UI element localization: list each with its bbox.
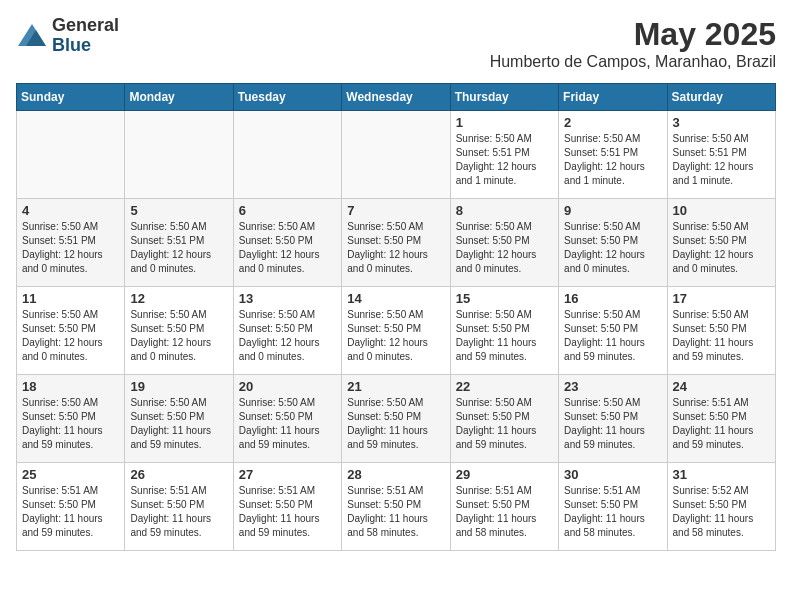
calendar-cell: 19Sunrise: 5:50 AMSunset: 5:50 PMDayligh… — [125, 375, 233, 463]
day-number: 4 — [22, 203, 119, 218]
location-title: Humberto de Campos, Maranhao, Brazil — [490, 53, 776, 71]
page-header: General Blue May 2025 Humberto de Campos… — [16, 16, 776, 71]
day-number: 9 — [564, 203, 661, 218]
calendar-header: Sunday Monday Tuesday Wednesday Thursday… — [17, 84, 776, 111]
logo-icon — [16, 22, 48, 50]
day-info: Sunrise: 5:51 AMSunset: 5:50 PMDaylight:… — [130, 484, 227, 540]
day-number: 29 — [456, 467, 553, 482]
day-info: Sunrise: 5:51 AMSunset: 5:50 PMDaylight:… — [673, 396, 770, 452]
day-number: 31 — [673, 467, 770, 482]
day-info: Sunrise: 5:51 AMSunset: 5:50 PMDaylight:… — [22, 484, 119, 540]
col-saturday: Saturday — [667, 84, 775, 111]
day-number: 25 — [22, 467, 119, 482]
calendar-cell: 21Sunrise: 5:50 AMSunset: 5:50 PMDayligh… — [342, 375, 450, 463]
calendar-cell: 10Sunrise: 5:50 AMSunset: 5:50 PMDayligh… — [667, 199, 775, 287]
logo-general: General — [52, 16, 119, 36]
calendar-week-4: 18Sunrise: 5:50 AMSunset: 5:50 PMDayligh… — [17, 375, 776, 463]
day-info: Sunrise: 5:50 AMSunset: 5:50 PMDaylight:… — [673, 308, 770, 364]
calendar-cell: 31Sunrise: 5:52 AMSunset: 5:50 PMDayligh… — [667, 463, 775, 551]
logo-blue: Blue — [52, 36, 119, 56]
col-friday: Friday — [559, 84, 667, 111]
day-info: Sunrise: 5:50 AMSunset: 5:50 PMDaylight:… — [130, 396, 227, 452]
day-info: Sunrise: 5:50 AMSunset: 5:50 PMDaylight:… — [239, 220, 336, 276]
calendar-cell — [233, 111, 341, 199]
day-info: Sunrise: 5:50 AMSunset: 5:50 PMDaylight:… — [22, 308, 119, 364]
calendar-cell: 30Sunrise: 5:51 AMSunset: 5:50 PMDayligh… — [559, 463, 667, 551]
day-info: Sunrise: 5:50 AMSunset: 5:50 PMDaylight:… — [347, 308, 444, 364]
day-info: Sunrise: 5:50 AMSunset: 5:50 PMDaylight:… — [564, 220, 661, 276]
calendar-cell: 13Sunrise: 5:50 AMSunset: 5:50 PMDayligh… — [233, 287, 341, 375]
day-info: Sunrise: 5:50 AMSunset: 5:51 PMDaylight:… — [130, 220, 227, 276]
header-row: Sunday Monday Tuesday Wednesday Thursday… — [17, 84, 776, 111]
day-info: Sunrise: 5:50 AMSunset: 5:50 PMDaylight:… — [456, 396, 553, 452]
col-tuesday: Tuesday — [233, 84, 341, 111]
calendar-cell: 12Sunrise: 5:50 AMSunset: 5:50 PMDayligh… — [125, 287, 233, 375]
day-number: 7 — [347, 203, 444, 218]
calendar-cell: 18Sunrise: 5:50 AMSunset: 5:50 PMDayligh… — [17, 375, 125, 463]
day-number: 1 — [456, 115, 553, 130]
day-info: Sunrise: 5:52 AMSunset: 5:50 PMDaylight:… — [673, 484, 770, 540]
calendar-cell: 2Sunrise: 5:50 AMSunset: 5:51 PMDaylight… — [559, 111, 667, 199]
day-number: 28 — [347, 467, 444, 482]
col-wednesday: Wednesday — [342, 84, 450, 111]
day-info: Sunrise: 5:50 AMSunset: 5:50 PMDaylight:… — [456, 220, 553, 276]
day-number: 20 — [239, 379, 336, 394]
day-number: 22 — [456, 379, 553, 394]
day-info: Sunrise: 5:50 AMSunset: 5:50 PMDaylight:… — [456, 308, 553, 364]
day-number: 17 — [673, 291, 770, 306]
calendar-cell: 24Sunrise: 5:51 AMSunset: 5:50 PMDayligh… — [667, 375, 775, 463]
day-info: Sunrise: 5:50 AMSunset: 5:50 PMDaylight:… — [347, 220, 444, 276]
calendar-cell: 4Sunrise: 5:50 AMSunset: 5:51 PMDaylight… — [17, 199, 125, 287]
calendar-week-3: 11Sunrise: 5:50 AMSunset: 5:50 PMDayligh… — [17, 287, 776, 375]
calendar-cell: 11Sunrise: 5:50 AMSunset: 5:50 PMDayligh… — [17, 287, 125, 375]
calendar-week-5: 25Sunrise: 5:51 AMSunset: 5:50 PMDayligh… — [17, 463, 776, 551]
day-number: 26 — [130, 467, 227, 482]
calendar-week-2: 4Sunrise: 5:50 AMSunset: 5:51 PMDaylight… — [17, 199, 776, 287]
day-number: 6 — [239, 203, 336, 218]
month-title: May 2025 — [490, 16, 776, 53]
calendar-cell — [17, 111, 125, 199]
day-number: 23 — [564, 379, 661, 394]
day-info: Sunrise: 5:50 AMSunset: 5:50 PMDaylight:… — [564, 396, 661, 452]
calendar-cell — [342, 111, 450, 199]
day-info: Sunrise: 5:50 AMSunset: 5:50 PMDaylight:… — [347, 396, 444, 452]
day-info: Sunrise: 5:50 AMSunset: 5:50 PMDaylight:… — [673, 220, 770, 276]
calendar-week-1: 1Sunrise: 5:50 AMSunset: 5:51 PMDaylight… — [17, 111, 776, 199]
calendar-cell: 25Sunrise: 5:51 AMSunset: 5:50 PMDayligh… — [17, 463, 125, 551]
calendar-cell: 22Sunrise: 5:50 AMSunset: 5:50 PMDayligh… — [450, 375, 558, 463]
logo: General Blue — [16, 16, 119, 56]
day-number: 19 — [130, 379, 227, 394]
day-number: 14 — [347, 291, 444, 306]
day-info: Sunrise: 5:50 AMSunset: 5:51 PMDaylight:… — [22, 220, 119, 276]
calendar-cell: 28Sunrise: 5:51 AMSunset: 5:50 PMDayligh… — [342, 463, 450, 551]
calendar-table: Sunday Monday Tuesday Wednesday Thursday… — [16, 83, 776, 551]
day-number: 11 — [22, 291, 119, 306]
day-info: Sunrise: 5:50 AMSunset: 5:50 PMDaylight:… — [22, 396, 119, 452]
calendar-cell: 8Sunrise: 5:50 AMSunset: 5:50 PMDaylight… — [450, 199, 558, 287]
logo-text: General Blue — [52, 16, 119, 56]
calendar-cell — [125, 111, 233, 199]
col-sunday: Sunday — [17, 84, 125, 111]
calendar-cell: 15Sunrise: 5:50 AMSunset: 5:50 PMDayligh… — [450, 287, 558, 375]
day-number: 10 — [673, 203, 770, 218]
day-info: Sunrise: 5:51 AMSunset: 5:50 PMDaylight:… — [239, 484, 336, 540]
calendar-cell: 5Sunrise: 5:50 AMSunset: 5:51 PMDaylight… — [125, 199, 233, 287]
calendar-cell: 16Sunrise: 5:50 AMSunset: 5:50 PMDayligh… — [559, 287, 667, 375]
day-number: 15 — [456, 291, 553, 306]
calendar-cell: 6Sunrise: 5:50 AMSunset: 5:50 PMDaylight… — [233, 199, 341, 287]
day-number: 21 — [347, 379, 444, 394]
day-info: Sunrise: 5:51 AMSunset: 5:50 PMDaylight:… — [564, 484, 661, 540]
day-number: 8 — [456, 203, 553, 218]
day-number: 27 — [239, 467, 336, 482]
calendar-cell: 27Sunrise: 5:51 AMSunset: 5:50 PMDayligh… — [233, 463, 341, 551]
calendar-cell: 14Sunrise: 5:50 AMSunset: 5:50 PMDayligh… — [342, 287, 450, 375]
day-number: 13 — [239, 291, 336, 306]
day-info: Sunrise: 5:50 AMSunset: 5:51 PMDaylight:… — [564, 132, 661, 188]
calendar-cell: 23Sunrise: 5:50 AMSunset: 5:50 PMDayligh… — [559, 375, 667, 463]
day-info: Sunrise: 5:50 AMSunset: 5:51 PMDaylight:… — [673, 132, 770, 188]
title-block: May 2025 Humberto de Campos, Maranhao, B… — [490, 16, 776, 71]
day-info: Sunrise: 5:51 AMSunset: 5:50 PMDaylight:… — [347, 484, 444, 540]
day-number: 16 — [564, 291, 661, 306]
day-info: Sunrise: 5:50 AMSunset: 5:50 PMDaylight:… — [239, 308, 336, 364]
calendar-cell: 9Sunrise: 5:50 AMSunset: 5:50 PMDaylight… — [559, 199, 667, 287]
